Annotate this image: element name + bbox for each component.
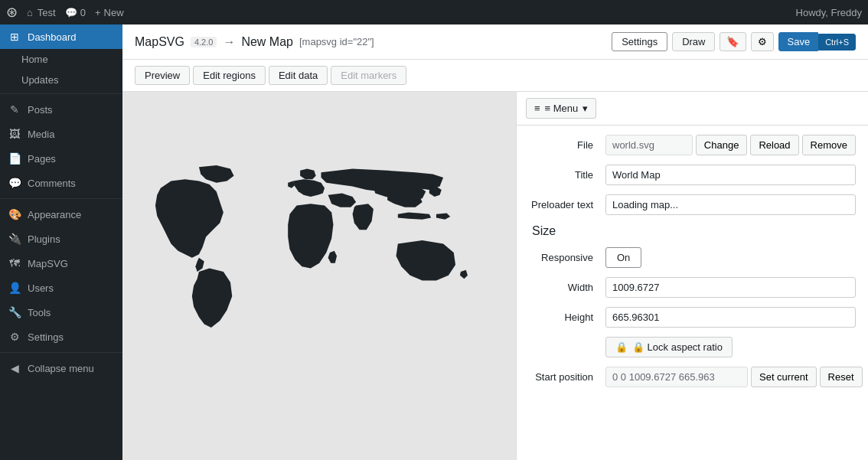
arrow-separator: → <box>223 35 235 49</box>
sidebar-item-label: Plugins <box>28 233 60 245</box>
reset-button[interactable]: Reset <box>820 367 863 387</box>
sidebar-item-updates[interactable]: Updates <box>0 70 122 90</box>
file-input: world.svg <box>605 135 693 155</box>
size-section-title: Size <box>529 224 856 238</box>
reload-button[interactable]: Reload <box>750 135 798 155</box>
page-header: MapSVG 4.2.0 → New Map [mapsvg id="22"] … <box>122 24 868 60</box>
tools-icon: 🔧 <box>8 306 21 318</box>
mapsvg-icon: 🗺 <box>8 257 21 269</box>
width-label: Width <box>529 282 605 293</box>
sidebar-item-label: Dashboard <box>28 31 77 43</box>
file-row: File world.svg Change Reload Remove <box>529 135 856 155</box>
preloader-row: Preloader text <box>529 194 856 215</box>
pages-icon: 📄 <box>8 152 21 165</box>
edit-regions-button[interactable]: Edit regions <box>193 66 266 85</box>
world-map-svg <box>143 150 495 403</box>
title-row: Title <box>529 165 856 185</box>
edit-data-button[interactable]: Edit data <box>269 66 328 85</box>
preview-button[interactable]: Preview <box>135 66 190 85</box>
bookmark-button[interactable]: 🔖 <box>720 32 746 51</box>
preloader-input[interactable] <box>605 194 856 215</box>
lock-aspect-row: 🔒 🔒 Lock aspect ratio <box>529 337 856 357</box>
sidebar-item-pages[interactable]: 📄 Pages <box>0 146 122 171</box>
set-current-button[interactable]: Set current <box>751 367 817 387</box>
users-icon: 👤 <box>8 282 21 294</box>
sidebar-updates-label: Updates <box>21 74 58 86</box>
plugin-name: MapSVG <box>135 35 184 49</box>
sidebar-item-settings[interactable]: ⚙ Settings <box>0 325 122 349</box>
sidebar-item-home[interactable]: Home <box>0 49 122 70</box>
sidebar-divider-3 <box>0 352 122 353</box>
comments-icon: 💬 <box>8 177 21 189</box>
plugin-version: 4.2.0 <box>191 37 217 47</box>
appearance-icon: 🎨 <box>8 208 21 220</box>
height-input[interactable] <box>605 307 856 328</box>
new-label: New <box>104 7 124 18</box>
plus-icon: + <box>95 7 101 18</box>
posts-icon: ✎ <box>8 103 21 116</box>
topbar-comments-link[interactable]: 💬 0 <box>65 7 86 18</box>
topbar-site-link[interactable]: ⌂ Test <box>27 7 56 18</box>
start-position-control: Set current Reset <box>605 367 863 387</box>
start-position-row: Start position Set current Reset <box>529 367 856 387</box>
sidebar-item-label: Appearance <box>28 209 81 220</box>
start-position-input[interactable] <box>605 367 748 387</box>
width-control <box>605 277 856 298</box>
settings-icon: ⚙ <box>8 331 21 343</box>
sidebar-item-label: Pages <box>28 153 56 165</box>
width-input[interactable] <box>605 277 856 298</box>
main-layout: ⊞ Dashboard Home Updates ✎ Posts 🖼 Media… <box>0 24 868 460</box>
preloader-control <box>605 194 856 215</box>
sidebar-divider-1 <box>0 93 122 94</box>
sidebar-item-comments[interactable]: 💬 Comments <box>0 171 122 195</box>
title-control <box>605 165 856 185</box>
content-area: MapSVG 4.2.0 → New Map [mapsvg id="22"] … <box>122 24 868 460</box>
map-id: [mapsvg id="22"] <box>299 36 374 47</box>
collapse-icon: ◀ <box>8 362 21 374</box>
responsive-toggle[interactable]: On <box>605 247 641 268</box>
sidebar-home-label: Home <box>21 54 48 65</box>
sliders-button[interactable]: ⚙ <box>751 32 774 51</box>
title-input[interactable] <box>605 165 856 185</box>
sidebar-item-plugins[interactable]: 🔌 Plugins <box>0 227 122 251</box>
sidebar-item-mapsvg[interactable]: 🗺 MapSVG <box>0 251 122 276</box>
save-button[interactable]: Save <box>778 32 818 51</box>
sidebar-item-dashboard[interactable]: ⊞ Dashboard <box>0 24 122 49</box>
sidebar-item-media[interactable]: 🖼 Media <box>0 122 122 146</box>
sidebar-item-users[interactable]: 👤 Users <box>0 276 122 300</box>
sidebar-item-tools[interactable]: 🔧 Tools <box>0 300 122 325</box>
remove-button[interactable]: Remove <box>802 135 856 155</box>
bookmark-icon: 🔖 <box>726 36 739 47</box>
lock-aspect-button[interactable]: 🔒 🔒 Lock aspect ratio <box>605 337 733 357</box>
height-row: Height <box>529 307 856 328</box>
save-button-group: Save Ctrl+S <box>778 32 856 51</box>
sidebar-item-collapse[interactable]: ◀ Collapse menu <box>0 356 122 380</box>
save-shortcut-button[interactable]: Ctrl+S <box>818 34 856 51</box>
lock-aspect-control: 🔒 🔒 Lock aspect ratio <box>605 337 856 357</box>
sidebar-item-label: Collapse menu <box>28 363 94 374</box>
map-area[interactable] <box>122 92 516 460</box>
map-name: New Map <box>241 35 293 49</box>
draw-button[interactable]: Draw <box>672 32 715 51</box>
dashboard-icon: ⊞ <box>8 31 21 43</box>
comment-icon: 💬 <box>65 7 77 18</box>
sliders-icon: ⚙ <box>758 36 767 47</box>
file-label: File <box>529 139 605 151</box>
sidebar-item-label: Users <box>28 282 54 294</box>
sidebar-item-label: Posts <box>28 104 53 116</box>
menu-button[interactable]: ≡ ≡ Menu ▾ <box>526 98 596 119</box>
wp-logo-icon[interactable]: ⊛ <box>6 4 18 21</box>
sidebar-item-posts[interactable]: ✎ Posts <box>0 97 122 122</box>
topbar-new-link[interactable]: + New <box>95 7 124 18</box>
lock-icon: 🔒 <box>615 341 628 353</box>
settings-button[interactable]: Settings <box>612 32 667 51</box>
menu-icon: ≡ <box>534 103 540 114</box>
responsive-control: On <box>605 247 856 268</box>
media-icon: 🖼 <box>8 128 21 140</box>
file-control: world.svg Change Reload Remove <box>605 135 856 155</box>
sidebar-item-appearance[interactable]: 🎨 Appearance <box>0 202 122 227</box>
change-button[interactable]: Change <box>696 135 748 155</box>
preloader-label: Preloader text <box>529 199 605 210</box>
sidebar-item-label: Comments <box>28 178 76 189</box>
edit-bar: Preview Edit regions Edit data Edit mark… <box>122 60 868 92</box>
